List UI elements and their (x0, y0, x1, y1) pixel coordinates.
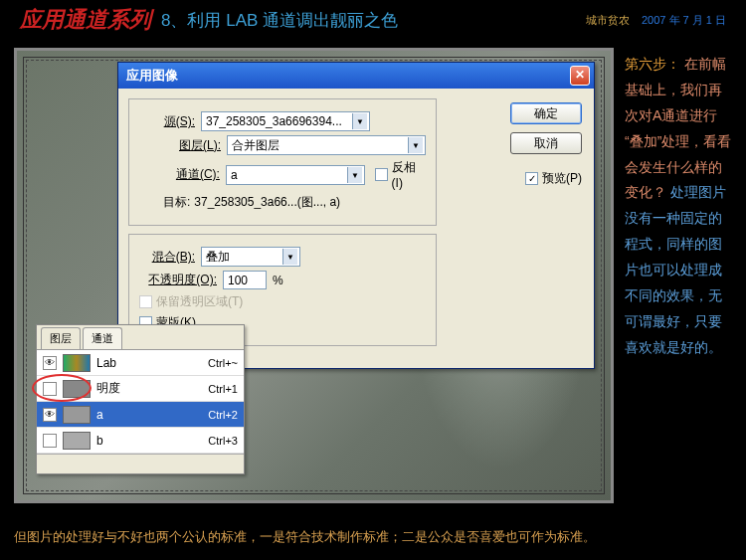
footer-note: 但图片的处理好与不好也两个公认的标准，一是符合技术制作标准；二是公众是否喜爱也可… (14, 528, 732, 546)
channel-name: Lab (96, 356, 146, 370)
channel-row-a[interactable]: 👁aCtrl+2 (37, 402, 244, 428)
invert-checkbox[interactable]: 反相(I) (375, 159, 426, 190)
opacity-input[interactable]: 100 (223, 271, 267, 289)
preview-label: 预览(P) (542, 170, 582, 187)
blend-label: 混合(B): (139, 249, 195, 266)
source-label: 源(S): (139, 113, 195, 130)
layer-select[interactable]: 合并图层 (227, 135, 426, 155)
target-value: 37_258305_3a66...(图..., a) (194, 194, 340, 211)
dropdown-icon (408, 137, 423, 153)
channel-thumb (63, 354, 91, 372)
opacity-unit: % (273, 274, 283, 287)
channels-panel: 图层 通道 👁LabCtrl+~明度Ctrl+1👁aCtrl+2bCtrl+3 (36, 324, 245, 474)
channel-name: b (96, 434, 146, 448)
dropdown-icon (282, 249, 297, 265)
channel-name: a (96, 408, 146, 422)
channel-thumb (63, 406, 91, 424)
channel-row-b[interactable]: bCtrl+3 (37, 428, 244, 454)
instruction-p2: 处理图片没有一种固定的程式，同样的图片也可以处理成不同的效果，无可谓最好，只要喜… (625, 184, 726, 354)
channel-shortcut: Ctrl+~ (208, 357, 238, 369)
instruction-p1: 在前幅基础上，我们再次对A通道进行“叠加”处理，看看会发生什么样的变化？ (625, 56, 731, 200)
source-fieldset: 源(S): 37_258305_3a6696394... 图层(L): 合并图层… (128, 98, 437, 226)
tab-channels[interactable]: 通道 (83, 327, 122, 349)
channel-thumb (63, 380, 91, 398)
channel-shortcut: Ctrl+1 (208, 383, 238, 395)
channel-row-明度[interactable]: 明度Ctrl+1 (37, 376, 244, 402)
close-icon[interactable]: ✕ (570, 66, 590, 86)
checkbox-icon: ✓ (525, 172, 538, 185)
channel-shortcut: Ctrl+3 (208, 435, 238, 447)
channel-list: 👁LabCtrl+~明度Ctrl+1👁aCtrl+2bCtrl+3 (37, 350, 244, 454)
channel-shortcut: Ctrl+2 (208, 409, 238, 421)
visibility-eye-icon[interactable]: 👁 (43, 356, 57, 370)
visibility-eye-icon[interactable] (43, 382, 57, 396)
panel-footer (37, 454, 244, 473)
cancel-button[interactable]: 取消 (510, 132, 582, 154)
checkbox-icon (139, 295, 152, 308)
publish-date: 2007 年 7 月 1 日 (642, 13, 726, 28)
visibility-eye-icon[interactable]: 👁 (43, 408, 57, 422)
apply-image-dialog: 应用图像 ✕ 确定 取消 ✓ 预览(P) 源(S): 37_258305_3a6… (117, 62, 595, 369)
preserve-transparency-checkbox: 保留透明区域(T) (139, 293, 426, 310)
channel-row-Lab[interactable]: 👁LabCtrl+~ (37, 350, 244, 376)
page-header: 应用通道系列 8、利用 LAB 通道调出靓丽之色 城市贫农 2007 年 7 月… (0, 0, 746, 40)
dropdown-icon (352, 113, 367, 129)
blend-select[interactable]: 叠加 (201, 247, 300, 267)
channel-select[interactable]: a (226, 165, 365, 185)
channel-thumb (63, 432, 91, 450)
tab-layers[interactable]: 图层 (41, 327, 81, 349)
opacity-label: 不透明度(O): (139, 272, 217, 288)
author-tag: 城市贫农 (586, 13, 630, 28)
visibility-eye-icon[interactable] (43, 434, 57, 448)
dialog-titlebar[interactable]: 应用图像 ✕ (118, 63, 594, 89)
preview-checkbox[interactable]: ✓ 预览(P) (525, 170, 582, 187)
ok-button[interactable]: 确定 (510, 102, 582, 124)
lesson-title: 8、利用 LAB 通道调出靓丽之色 (161, 9, 398, 32)
checkbox-icon (375, 168, 388, 181)
source-select[interactable]: 37_258305_3a6696394... (201, 111, 370, 131)
dropdown-icon (347, 167, 362, 183)
channel-name: 明度 (96, 380, 146, 397)
series-title: 应用通道系列 (20, 5, 151, 35)
layer-label: 图层(L): (173, 137, 221, 154)
channel-label: 通道(C): (173, 166, 220, 183)
target-label: 目标: (163, 194, 190, 211)
instruction-sidebar: 第六步： 在前幅基础上，我们再次对A通道进行“叠加”处理，看看会发生什么样的变化… (625, 52, 732, 361)
dialog-title: 应用图像 (126, 67, 178, 85)
step-heading: 第六步： (625, 56, 680, 72)
